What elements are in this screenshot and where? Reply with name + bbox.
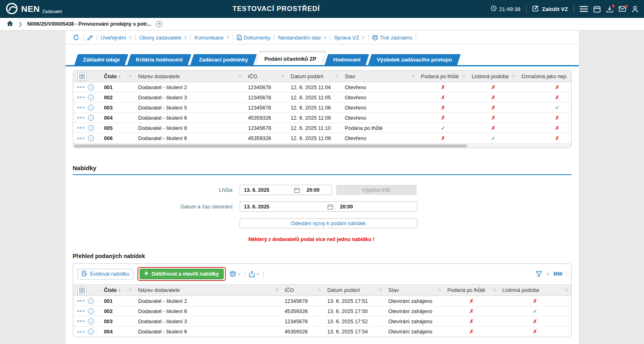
toolbar-item-komunikace[interactable]: Komunikace▽ (194, 35, 229, 41)
column-filter-icon[interactable]: ▽ (127, 288, 131, 292)
column-filter-icon[interactable]: ▽ (127, 74, 131, 78)
column-chooser-button[interactable] (77, 72, 87, 81)
column-filter-icon[interactable]: ▽ (491, 288, 496, 292)
column-filter-icon[interactable]: ▽ (334, 74, 338, 78)
home-icon[interactable] (7, 20, 13, 28)
row-menu-icon[interactable] (77, 138, 85, 139)
column-chooser-button[interactable] (77, 286, 87, 294)
column-header-stav[interactable]: Stav▽ (385, 285, 444, 296)
evidovat-nabidku-button[interactable]: Evidovat nabídku (77, 269, 134, 280)
close-record-icon[interactable]: ✕ (156, 21, 162, 27)
column-filter-icon[interactable]: ▽ (317, 288, 321, 292)
tab-podani-ucastniku-zp[interactable]: Podání účastníků ZP (255, 52, 326, 65)
odsifrovat-button[interactable]: Odšifrovat a otevřít nabídky (140, 269, 223, 279)
submissions-row[interactable]: i004Dodavatel - školení 64535932612. 6. … (73, 113, 571, 123)
row-menu-icon[interactable] (77, 127, 85, 129)
column-filter-icon[interactable]: ▽ (437, 288, 441, 292)
column-header-ico[interactable]: IČO▽ (245, 71, 288, 82)
submissions-row[interactable]: i005Dodavatel - školení 81234567812. 6. … (73, 123, 571, 133)
offers-row[interactable]: i001Dodavatel - školení 21234567813. 6. … (73, 296, 571, 306)
row-menu-icon[interactable] (77, 320, 85, 322)
refresh-icon[interactable] (73, 34, 79, 41)
submissions-row[interactable]: i003Dodavatel - školení 51234567812. 6. … (73, 103, 571, 113)
tab-kriteria-hodnoceni[interactable]: Kritéria hodnocení (127, 54, 191, 65)
tab-hodnoceni[interactable]: Hodnocení (325, 54, 369, 65)
column-filter-icon[interactable]: ▽ (280, 74, 284, 78)
column-header-listinna-podoba[interactable]: Listinná podoba▽ (469, 71, 518, 82)
column-filter-icon[interactable]: ▽ (378, 288, 382, 292)
export-table-button[interactable]: ▽ (249, 271, 259, 277)
column-header-stav[interactable]: Stav▽ (342, 71, 418, 82)
column-header-listinna-podoba[interactable]: Listinná podoba▽ (499, 285, 571, 296)
column-filter-icon[interactable]: ▽ (237, 74, 241, 78)
row-info-icon[interactable]: i (88, 318, 94, 324)
calendar-picker-icon[interactable] (327, 204, 336, 210)
row-info-icon[interactable]: i (88, 329, 94, 335)
column-filter-icon[interactable]: ▽ (461, 74, 465, 78)
offers-row[interactable]: i004Dodavatel - školení 64535932613. 6. … (73, 326, 571, 337)
filter-preset-label[interactable]: MW (553, 271, 562, 277)
toolbar-item-nestandardni-stav[interactable]: Nestandardní stav▽ (278, 35, 326, 41)
column-filter-icon[interactable]: ▽ (274, 288, 278, 292)
column-header-oznacena-jako-nep[interactable]: Označena jako nep▽ (518, 71, 572, 82)
column-header-cislo[interactable]: Číslo↑▽ (101, 71, 135, 82)
odeslani-vyzvy-button[interactable]: Odeslání výzvy k podání nabídek (240, 218, 417, 228)
row-menu-icon[interactable] (77, 107, 85, 108)
row-menu-icon[interactable] (77, 117, 85, 118)
column-filter-icon[interactable]: ▽ (410, 74, 414, 78)
row-info-icon[interactable]: i (88, 115, 94, 121)
row-menu-icon[interactable] (77, 300, 85, 302)
offers-row[interactable]: i003Dodavatel - školení 31234567813. 6. … (73, 316, 571, 326)
submissions-row[interactable]: i006Dodavatel - školení 64535932612. 6. … (73, 133, 571, 143)
column-header-datum-podani[interactable]: Datum podání▽ (324, 285, 385, 296)
lhuta-datetime-input[interactable]: 13. 6. 2025 20:00 (240, 185, 332, 195)
column-header-nazev-dodavatele[interactable]: Název dodavatele▽ (135, 285, 282, 296)
column-header-nazev-dodavatele[interactable]: Název dodavatele▽ (135, 71, 245, 82)
column-filter-icon[interactable]: ▽ (563, 288, 568, 292)
row-menu-icon[interactable] (77, 86, 85, 88)
toolbar-item-sprava-vz[interactable]: Správa VZ▽ (334, 35, 365, 41)
submissions-row[interactable]: i001Dodavatel - školení 21234567812. 6. … (73, 82, 571, 92)
scrollbar-thumb[interactable] (74, 145, 467, 147)
toolbar-item-tisk-zaznamu[interactable]: Tisk záznamu (372, 35, 413, 41)
breadcrumb-record[interactable]: N006/25/V00005438 - Provozování prodejny… (27, 21, 151, 27)
otevirani-time-value[interactable]: 20:00 (336, 202, 417, 211)
otevirani-datetime-input[interactable]: 13. 6. 2025 20:00 (240, 202, 417, 212)
calendar-picker-icon[interactable] (294, 187, 302, 193)
row-info-icon[interactable]: i (88, 84, 94, 90)
nen-logo[interactable]: NEN Zadavatel (6, 2, 62, 16)
calendar-icon[interactable] (594, 6, 600, 13)
tab-zakladni-udaje[interactable]: Základní údaje (74, 54, 128, 65)
row-info-icon[interactable]: i (88, 308, 94, 314)
menu-icon[interactable] (580, 6, 588, 12)
offers-row[interactable]: i002Dodavatel - školení 64535932613. 6. … (73, 306, 571, 316)
filter-icon[interactable] (536, 271, 542, 277)
horizontal-scrollbar[interactable] (73, 143, 571, 148)
edit-icon[interactable] (87, 35, 93, 41)
toolbar-item-uverejneni[interactable]: Uveřejnění▽ (101, 35, 132, 41)
row-info-icon[interactable]: i (88, 125, 94, 131)
row-info-icon[interactable]: i (88, 298, 94, 304)
row-info-icon[interactable]: i (88, 105, 94, 111)
create-vz-button[interactable]: Založit VZ (532, 5, 568, 13)
print-table-button[interactable]: ▽ (230, 271, 240, 277)
lhuta-date-value[interactable]: 13. 6. 2025 (240, 187, 294, 193)
otevirani-date-value[interactable]: 13. 6. 2025 (240, 204, 327, 210)
column-header-ico[interactable]: IČO▽ (282, 285, 324, 296)
column-header-podana-po-lhute[interactable]: Podaná po lhůtě▽ (444, 285, 499, 296)
row-menu-icon[interactable] (77, 310, 85, 312)
tab-zadavaci-podminky[interactable]: Zadávací podmínky (190, 54, 256, 65)
row-info-icon[interactable]: i (88, 135, 94, 141)
vypocet-lhut-button[interactable]: Výpočet lhůt (336, 185, 417, 195)
column-header-cislo[interactable]: Číslo↑▽ (101, 285, 135, 296)
column-filter-icon[interactable]: ▽ (511, 74, 515, 78)
column-header-datum-podani[interactable]: Datum podání▽ (288, 71, 342, 82)
user-icon[interactable] (632, 6, 638, 13)
submissions-row[interactable]: i002Dodavatel - školení 31234567812. 6. … (73, 92, 571, 103)
messages-icon[interactable] (619, 6, 626, 12)
toolbar-item-dokumenty[interactable]: Dokumenty (237, 35, 271, 41)
lhuta-time-value[interactable]: 20:00 (302, 185, 332, 195)
toolbar-item-ukony-zadavatele[interactable]: Úkony zadavatele▽ (140, 35, 187, 41)
chevron-down-icon[interactable]: ▽ (547, 272, 549, 276)
row-menu-icon[interactable] (77, 96, 85, 98)
